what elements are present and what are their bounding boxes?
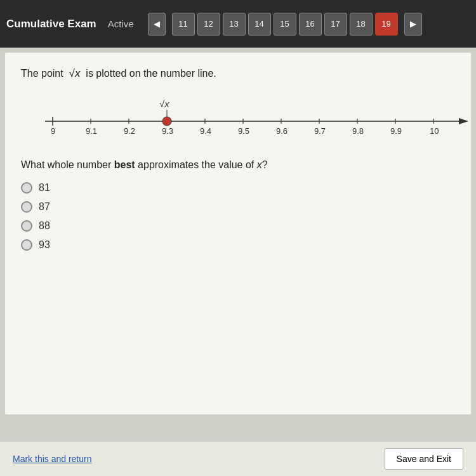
sub-question: What whole number best approximates the …	[21, 159, 455, 171]
svg-text:9.6: 9.6	[276, 126, 288, 136]
option-label-87: 87	[39, 201, 50, 213]
question-tabs: 11 12 13 14 15 16 17 18 19	[172, 13, 398, 36]
radio-88[interactable]	[21, 220, 32, 232]
tab-q12[interactable]: 12	[197, 13, 220, 36]
tab-q13[interactable]: 13	[223, 13, 246, 36]
mark-return-link[interactable]: Mark this and return	[13, 454, 92, 464]
question-text: The point √x is plotted on the number li…	[21, 65, 455, 82]
svg-text:9.4: 9.4	[200, 126, 211, 136]
svg-text:√x: √x	[159, 98, 169, 109]
svg-marker-1	[459, 118, 468, 124]
tab-q15[interactable]: 15	[274, 13, 296, 36]
header: Cumulative Exam Active ◀ 11 12 13 14 15 …	[0, 0, 476, 48]
option-87[interactable]: 87	[21, 201, 455, 213]
option-93[interactable]: 93	[21, 239, 455, 251]
footer: Mark this and return Save and Exit	[0, 441, 476, 476]
sub-question-bold: best	[114, 159, 135, 170]
svg-text:9.7: 9.7	[314, 126, 326, 136]
exam-title: Cumulative Exam	[6, 18, 96, 30]
svg-text:10: 10	[430, 126, 439, 136]
main-content: The point √x is plotted on the number li…	[5, 53, 471, 414]
svg-text:9.5: 9.5	[238, 126, 249, 136]
radio-93[interactable]	[21, 239, 32, 251]
tab-q17[interactable]: 17	[324, 13, 347, 36]
tab-q16[interactable]: 16	[299, 13, 322, 36]
svg-text:9.1: 9.1	[86, 126, 97, 136]
next-arrow[interactable]: ▶	[404, 13, 422, 36]
prev-arrow[interactable]: ◀	[148, 13, 166, 36]
option-label-93: 93	[39, 239, 50, 251]
option-label-88: 88	[39, 220, 50, 232]
options-list: 81 87 88 93	[21, 182, 455, 251]
number-line-container: 9 9.1 9.2 9.3 9.4 9.5 9.6	[21, 96, 455, 140]
tab-q18[interactable]: 18	[350, 13, 373, 36]
svg-text:9.2: 9.2	[124, 126, 135, 136]
option-88[interactable]: 88	[21, 220, 455, 232]
radio-87[interactable]	[21, 201, 32, 213]
tab-q19[interactable]: 19	[375, 13, 398, 36]
radio-81[interactable]	[21, 182, 32, 194]
tab-q11[interactable]: 11	[172, 13, 195, 36]
option-label-81: 81	[39, 182, 50, 194]
svg-text:9: 9	[51, 126, 55, 136]
save-exit-button[interactable]: Save and Exit	[385, 448, 463, 470]
number-line-svg: 9 9.1 9.2 9.3 9.4 9.5 9.6	[40, 96, 472, 137]
exam-status: Active	[108, 18, 134, 29]
option-81[interactable]: 81	[21, 182, 455, 194]
svg-text:9.3: 9.3	[162, 126, 173, 136]
tab-q14[interactable]: 14	[248, 13, 271, 36]
svg-point-24	[162, 117, 171, 126]
svg-text:9.8: 9.8	[352, 126, 364, 136]
svg-text:9.9: 9.9	[390, 126, 402, 136]
